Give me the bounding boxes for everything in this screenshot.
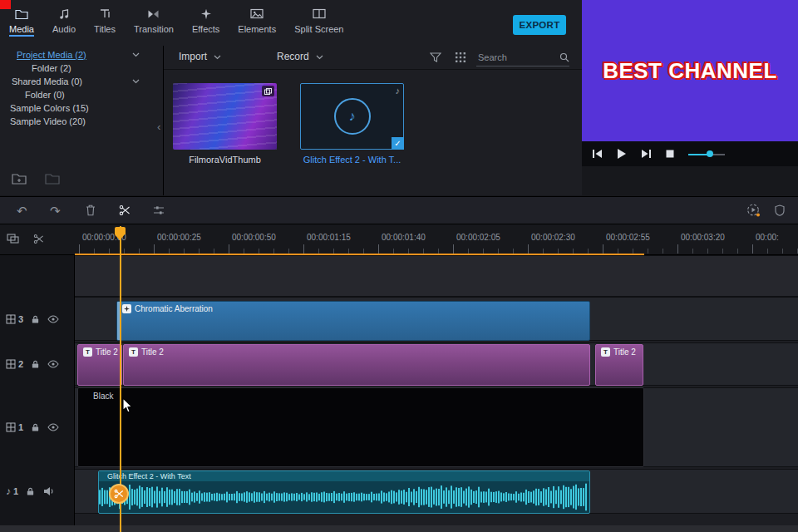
timecode-label: 00:00:00:50 <box>232 233 276 242</box>
redo-button[interactable]: ↷ <box>50 204 61 217</box>
split-button[interactable] <box>119 204 131 216</box>
lock-icon[interactable] <box>31 359 40 369</box>
timecode-label: 00:00:01:40 <box>382 233 426 242</box>
search-field <box>476 49 569 66</box>
playback-controls <box>582 141 798 166</box>
clip-chromatic-aberration[interactable]: Chromatic Aberration <box>116 301 590 341</box>
tree-item-sample-colors[interactable]: Sample Colors (15) <box>0 101 163 115</box>
clip-title-2-b[interactable]: T Title 2 <box>123 344 590 386</box>
clip-label: Title 2 <box>96 347 118 357</box>
music-note-icon: ♪ <box>6 485 11 497</box>
record-button[interactable]: Record <box>277 51 323 62</box>
eye-icon[interactable] <box>47 360 59 368</box>
tree-item-shared-media[interactable]: Shared Media (0) <box>0 75 163 88</box>
audio-track-icon[interactable]: ♪ 1 <box>6 485 18 497</box>
playhead-handle[interactable] <box>115 227 126 234</box>
adjust-button[interactable] <box>153 205 165 215</box>
new-folder-button[interactable] <box>12 172 27 185</box>
music-note-glyph: ♪ <box>349 109 356 124</box>
split-scissors-badge[interactable] <box>109 484 129 504</box>
export-button[interactable]: EXPORT <box>513 15 566 35</box>
rendered-range-bar <box>75 254 644 255</box>
filter-icon[interactable] <box>430 52 441 62</box>
render-preview-button[interactable] <box>746 204 761 218</box>
eye-icon[interactable] <box>47 315 59 323</box>
image-icon <box>250 7 264 20</box>
grid-view-icon[interactable] <box>456 52 466 62</box>
chevron-down-icon <box>316 55 323 60</box>
tree-item-label: Project Media (2) <box>17 50 86 60</box>
video-track-icon[interactable]: 2 <box>6 359 23 369</box>
clip-glitch-audio[interactable]: Glitch Effect 2 - With Text <box>98 470 590 514</box>
clip-title-2-a[interactable]: T Title 2 <box>77 344 122 386</box>
stop-button[interactable] <box>666 150 674 158</box>
track-header-video-1: 1 <box>0 387 75 467</box>
video-track-icon[interactable]: 1 <box>6 422 23 432</box>
speaker-icon[interactable] <box>42 486 54 496</box>
clip-black[interactable]: Black <box>77 387 644 467</box>
media-item-glitch-effect[interactable]: ♪ ♪ ✓ <box>300 83 404 150</box>
media-browser: Import Record <box>163 46 582 195</box>
import-label: Import <box>179 51 207 62</box>
library-tree: Project Media (2) Folder (2) Shared Medi… <box>0 46 163 128</box>
panel-collapse-icon[interactable]: ‹ <box>157 121 160 133</box>
audio-disc-icon: ♪ <box>334 98 371 135</box>
asset-tabs: Media Audio Titles Transition <box>0 4 352 40</box>
clip-title-2-c[interactable]: T Title 2 <box>595 344 643 386</box>
timecode-label: 00:00:02:55 <box>606 233 650 242</box>
tab-split-screen[interactable]: Split Screen <box>285 4 352 40</box>
tab-elements[interactable]: Elements <box>229 4 285 40</box>
media-item-filmoravidthumb[interactable] <box>173 83 277 150</box>
tab-titles[interactable]: Titles <box>85 4 125 40</box>
playhead-handle-tip <box>115 234 125 240</box>
manage-tracks-icon[interactable] <box>7 234 19 244</box>
chevron-down-icon[interactable] <box>132 79 140 84</box>
marker-shield-icon[interactable] <box>775 204 785 216</box>
library-panel: Project Media (2) Folder (2) Shared Medi… <box>0 46 163 195</box>
lock-icon[interactable] <box>31 314 40 324</box>
tree-item-folder-0[interactable]: Folder (0) <box>0 88 163 101</box>
tab-effects[interactable]: Effects <box>183 4 229 40</box>
track-header-audio-1: ♪ 1 <box>0 469 75 514</box>
tree-item-label: Shared Media (0) <box>12 76 82 86</box>
clip-label: Chromatic Aberration <box>135 304 213 313</box>
timecode-label: 00:00:01:15 <box>307 233 351 242</box>
lock-icon[interactable] <box>31 422 40 432</box>
track-header-video-3: 3 <box>0 297 75 341</box>
audio-type-icon: ♪ <box>396 86 401 96</box>
quick-split-icon[interactable] <box>33 234 44 244</box>
trim-handle[interactable] <box>117 302 121 340</box>
volume-slider[interactable] <box>688 150 725 158</box>
delete-button[interactable] <box>86 204 96 216</box>
timeline-toolbar: ↶ ↷ <box>0 196 798 224</box>
chevron-down-icon[interactable] <box>132 52 140 57</box>
tree-item-label: Folder (2) <box>32 63 71 73</box>
delete-folder-button[interactable] <box>45 172 60 185</box>
tab-titles-label: Titles <box>94 24 116 34</box>
tree-item-folder-2[interactable]: Folder (2) <box>0 62 163 75</box>
clip-label: Title 2 <box>141 347 164 357</box>
title-chip-icon: T <box>83 347 92 357</box>
search-input[interactable] <box>476 52 559 63</box>
timecode-label: 00:00:00:25 <box>157 233 201 242</box>
next-frame-button[interactable] <box>641 149 652 159</box>
eye-icon[interactable] <box>47 423 59 431</box>
selected-check-icon: ✓ <box>392 137 404 150</box>
tree-item-sample-video[interactable]: Sample Video (20) <box>0 115 163 128</box>
tab-audio[interactable]: Audio <box>43 4 85 40</box>
tab-media[interactable]: Media <box>0 4 43 40</box>
video-track-icon[interactable]: 3 <box>6 314 23 324</box>
horizontal-scrollbar[interactable] <box>0 525 798 532</box>
import-button[interactable]: Import <box>179 51 221 62</box>
undo-button[interactable]: ↶ <box>17 204 27 217</box>
tab-transition[interactable]: Transition <box>125 4 183 40</box>
volume-knob[interactable] <box>707 150 713 157</box>
tree-item-project-media[interactable]: Project Media (2) <box>0 48 163 62</box>
lock-icon[interactable] <box>26 486 35 496</box>
previous-frame-button[interactable] <box>592 149 603 159</box>
search-icon[interactable] <box>559 52 569 62</box>
play-button[interactable] <box>617 148 627 160</box>
tree-item-label: Sample Colors (15) <box>10 103 89 113</box>
overlay-badge-icon <box>262 86 274 96</box>
tab-audio-label: Audio <box>52 24 76 34</box>
